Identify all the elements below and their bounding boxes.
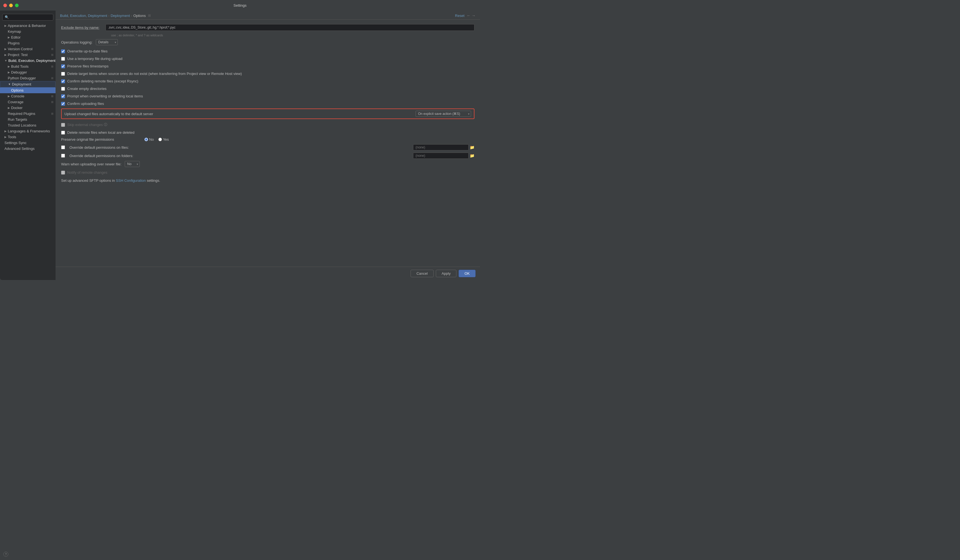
confirm-delete-checkbox[interactable]	[61, 79, 65, 83]
radio-no-wrapper: No	[144, 137, 154, 142]
skip-external-label: Skip external changes ⓘ	[67, 122, 107, 127]
sidebar-item-project-test[interactable]: ▶ Project: Test ⊞	[0, 52, 56, 58]
overwrite-label[interactable]: Overwrite up-to-date files	[67, 49, 107, 53]
overwrite-checkbox[interactable]	[61, 49, 65, 53]
apply-button[interactable]: Apply	[436, 270, 457, 277]
delete-remote-label[interactable]: Delete remote files when local are delet…	[67, 131, 134, 135]
breadcrumb-build[interactable]: Build, Execution, Deployment	[60, 14, 107, 18]
nav-arrows: ← →	[467, 13, 475, 18]
sidebar-item-languages[interactable]: ▶ Languages & Frameworks	[0, 128, 56, 134]
sidebar-label: Build Tools	[11, 64, 29, 69]
sidebar-item-keymap[interactable]: Keymap	[0, 29, 56, 34]
sidebar-label: Languages & Frameworks	[8, 129, 50, 133]
breadcrumb-pin[interactable]: ⊞	[148, 14, 151, 18]
exclude-row: Exclude items by name:	[61, 24, 474, 31]
checkbox-skip-external: Skip external changes ⓘ	[61, 122, 474, 128]
minimize-button[interactable]	[9, 3, 13, 7]
sidebar-label: Trusted Locations	[8, 123, 37, 128]
preserve-yes-radio[interactable]	[158, 138, 162, 141]
sidebar-item-plugins[interactable]: Plugins	[0, 40, 56, 46]
override-files-label[interactable]: Override default permissions on files:	[69, 145, 411, 150]
sidebar-item-trusted-locations[interactable]: Trusted Locations	[0, 122, 56, 128]
sidebar-item-console[interactable]: ▶ Console ⊞	[0, 93, 56, 99]
search-input[interactable]	[2, 14, 53, 21]
sidebar-item-run-targets[interactable]: Run Targets	[0, 116, 56, 122]
pin-icon: ⊞	[51, 48, 53, 51]
breadcrumb-deployment[interactable]: Deployment	[110, 14, 130, 18]
preserve-no-radio[interactable]	[144, 138, 148, 141]
sidebar-item-docker[interactable]: ▶ Docker	[0, 105, 56, 111]
reset-link[interactable]: Reset	[455, 14, 464, 18]
create-dirs-label[interactable]: Create empty directories	[67, 86, 107, 91]
override-files-checkbox[interactable]	[61, 145, 65, 149]
sidebar-item-tools[interactable]: ▶ Tools	[0, 134, 56, 140]
exclude-input[interactable]	[106, 24, 474, 31]
preserve-no-label[interactable]: No	[149, 137, 154, 142]
sidebar-label: Docker	[11, 106, 22, 110]
ops-logging-select[interactable]: Details Info Warning Error	[96, 39, 118, 45]
nav-back-button[interactable]: ←	[467, 13, 470, 18]
sidebar-item-version-control[interactable]: ▶ Version Control ⊞	[0, 46, 56, 52]
radio-yes-wrapper: Yes	[158, 137, 169, 142]
exclude-label: Exclude items by name:	[61, 26, 106, 30]
preserve-ts-label[interactable]: Preserve files timestamps	[67, 64, 109, 68]
preserve-yes-label[interactable]: Yes	[163, 137, 169, 142]
arrow-icon: ▶	[8, 65, 10, 68]
sidebar-label: Advanced Settings	[5, 147, 34, 151]
maximize-button[interactable]	[15, 3, 19, 7]
content-header: Build, Execution, Deployment › Deploymen…	[56, 11, 480, 20]
sidebar: ▶ Appearance & Behavior Keymap ▶ Editor …	[0, 11, 56, 280]
confirm-delete-label[interactable]: Confirm deleting remote files (except Rs…	[67, 79, 138, 83]
warn-upload-select[interactable]: No Yes	[125, 161, 140, 167]
override-files-input[interactable]	[413, 144, 469, 150]
sidebar-item-deployment[interactable]: ▼ Deployment	[0, 81, 56, 88]
arrow-icon: ▶	[5, 48, 7, 51]
delete-target-label[interactable]: Delete target items when source ones do …	[67, 72, 242, 76]
temp-file-checkbox[interactable]	[61, 57, 65, 61]
preserve-ts-checkbox[interactable]	[61, 64, 65, 68]
delete-target-checkbox[interactable]	[61, 72, 65, 76]
prompt-overwrite-checkbox[interactable]	[61, 94, 65, 98]
checkbox-confirm-delete: Confirm deleting remote files (except Rs…	[61, 78, 474, 84]
upload-auto-row: Upload changed files automatically to th…	[61, 108, 474, 119]
cancel-button[interactable]: Cancel	[411, 270, 434, 277]
create-dirs-checkbox[interactable]	[61, 87, 65, 91]
override-folders-label[interactable]: Override default permissions on folders:	[69, 154, 411, 158]
sidebar-item-debugger[interactable]: ▶ Debugger	[0, 69, 56, 75]
sidebar-item-build-tools[interactable]: ▶ Build Tools ⊞	[0, 64, 56, 69]
temp-file-label[interactable]: Use a temporary file during upload	[67, 57, 123, 61]
skip-external-info-icon[interactable]: ⓘ	[104, 122, 107, 127]
confirm-upload-label[interactable]: Confirm uploading files	[67, 102, 104, 106]
close-button[interactable]	[3, 3, 7, 7]
override-files-input-wrapper: 📁	[413, 144, 474, 150]
ssh-config-link[interactable]: SSH Configuration	[116, 179, 146, 183]
arrow-icon: ▶	[5, 53, 7, 56]
sidebar-item-build-execution[interactable]: ▼ Build, Execution, Deployment	[0, 58, 56, 64]
upload-auto-select[interactable]: On explicit save action (⌘S) Always Neve…	[416, 111, 471, 117]
breadcrumb-sep1: ›	[108, 14, 109, 18]
window-title: Settings	[234, 3, 247, 8]
ok-button[interactable]: OK	[459, 270, 475, 277]
notify-remote-checkbox	[61, 171, 65, 175]
sidebar-item-options[interactable]: Options	[0, 88, 56, 93]
nav-forward-button[interactable]: →	[472, 13, 475, 18]
sidebar-item-advanced-settings[interactable]: Advanced Settings	[0, 146, 56, 152]
sidebar-item-settings-sync[interactable]: Settings Sync	[0, 140, 56, 146]
folder-icon2[interactable]: 📁	[470, 153, 474, 158]
prompt-overwrite-label[interactable]: Prompt when overwriting or deleting loca…	[67, 94, 143, 98]
breadcrumb: Build, Execution, Deployment › Deploymen…	[60, 14, 151, 18]
sidebar-label: Required Plugins	[8, 112, 35, 116]
settings-body: Exclude items by name: use ; as delimite…	[56, 20, 480, 267]
sidebar-item-required-plugins[interactable]: Required Plugins ⊞	[0, 111, 56, 116]
sidebar-item-appearance[interactable]: ▶ Appearance & Behavior	[0, 23, 56, 29]
delete-remote-checkbox[interactable]	[61, 131, 65, 135]
override-folders-row: Override default permissions on folders:…	[61, 153, 474, 159]
sidebar-item-python-debugger[interactable]: Python Debugger ⊞	[0, 75, 56, 81]
confirm-upload-checkbox[interactable]	[61, 102, 65, 106]
sidebar-item-editor[interactable]: ▶ Editor	[0, 34, 56, 40]
override-folders-input[interactable]	[413, 153, 469, 159]
warn-upload-dropdown-wrapper: No Yes	[125, 161, 140, 167]
override-folders-checkbox[interactable]	[61, 154, 65, 158]
sidebar-item-coverage[interactable]: Coverage ⊞	[0, 99, 56, 105]
folder-icon[interactable]: 📁	[470, 145, 474, 150]
